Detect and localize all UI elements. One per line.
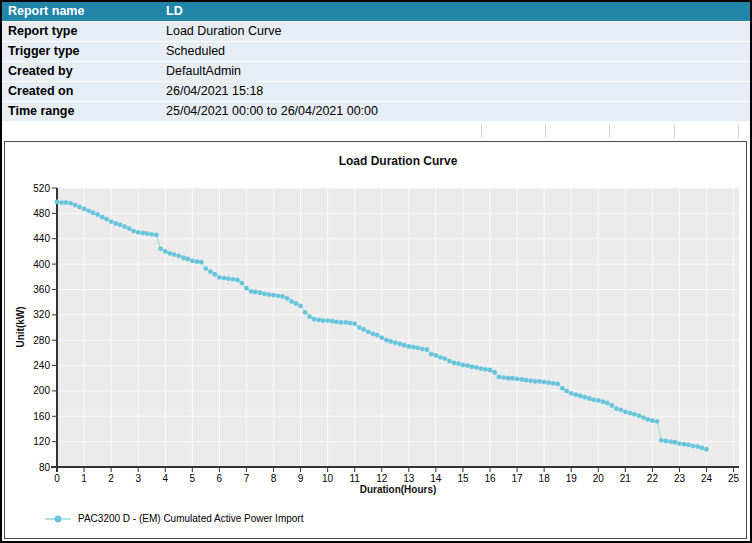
table-row-created-on: Created on 26/04/2021 15:18 bbox=[2, 82, 750, 102]
data-point bbox=[339, 320, 344, 325]
table-row-created-by: Created by DefaultAdmin bbox=[2, 62, 750, 82]
data-point bbox=[73, 203, 78, 208]
svg-text:9: 9 bbox=[298, 473, 304, 484]
data-point bbox=[456, 361, 461, 366]
data-point bbox=[303, 310, 308, 315]
data-point bbox=[596, 398, 601, 403]
svg-text:320: 320 bbox=[33, 309, 50, 320]
spreadsheet-gridline bbox=[481, 124, 482, 138]
svg-text:15: 15 bbox=[457, 473, 469, 484]
data-point bbox=[388, 339, 393, 344]
data-point bbox=[429, 352, 434, 357]
data-point bbox=[239, 281, 244, 286]
data-point bbox=[659, 438, 664, 443]
data-point bbox=[77, 205, 82, 210]
data-point bbox=[226, 276, 231, 281]
data-point bbox=[64, 200, 69, 205]
data-point bbox=[298, 304, 303, 309]
svg-text:11: 11 bbox=[350, 473, 361, 484]
data-point bbox=[212, 272, 217, 277]
data-point bbox=[343, 320, 348, 325]
data-point bbox=[82, 207, 87, 212]
data-point bbox=[68, 201, 73, 206]
data-point bbox=[461, 363, 466, 368]
data-point bbox=[591, 397, 596, 402]
data-point bbox=[573, 392, 578, 397]
data-point bbox=[537, 379, 542, 384]
svg-text:22: 22 bbox=[647, 473, 659, 484]
data-point bbox=[95, 212, 100, 217]
data-point bbox=[235, 278, 240, 283]
y-axis-title: Unit(kW) bbox=[15, 306, 26, 347]
svg-text:480: 480 bbox=[33, 208, 50, 219]
svg-text:21: 21 bbox=[620, 473, 632, 484]
table-row-trigger-type: Trigger type Scheduled bbox=[2, 42, 750, 62]
svg-text:6: 6 bbox=[217, 473, 223, 484]
row-label: Created by bbox=[2, 62, 166, 81]
data-point bbox=[280, 294, 285, 299]
data-point bbox=[370, 331, 375, 336]
svg-text:7: 7 bbox=[244, 473, 250, 484]
data-point bbox=[253, 290, 258, 295]
chart-plot-area: 0123456789101112131415161718192021222324… bbox=[5, 142, 746, 502]
data-point bbox=[384, 338, 389, 343]
svg-text:20: 20 bbox=[593, 473, 605, 484]
data-point bbox=[158, 246, 163, 251]
table-row-time-range: Time range 25/04/2021 00:00 to 26/04/202… bbox=[2, 102, 750, 122]
data-point bbox=[352, 321, 357, 326]
data-point bbox=[86, 208, 91, 213]
data-point bbox=[650, 418, 655, 423]
data-point bbox=[672, 440, 677, 445]
row-label: Created on bbox=[2, 82, 166, 101]
data-point bbox=[425, 347, 430, 352]
data-point bbox=[122, 224, 127, 229]
data-point bbox=[366, 330, 371, 335]
svg-text:17: 17 bbox=[512, 473, 524, 484]
data-point bbox=[528, 378, 533, 383]
svg-text:24: 24 bbox=[701, 473, 713, 484]
svg-text:120: 120 bbox=[33, 436, 50, 447]
data-point bbox=[393, 340, 398, 345]
data-point bbox=[271, 293, 276, 298]
data-point bbox=[465, 363, 470, 368]
svg-text:8: 8 bbox=[271, 473, 277, 484]
data-point bbox=[267, 292, 272, 297]
table-row-report-type: Report type Load Duration Curve bbox=[2, 22, 750, 42]
data-point bbox=[294, 301, 299, 306]
data-point bbox=[136, 230, 141, 235]
spreadsheet-gridline bbox=[609, 124, 610, 138]
data-point bbox=[655, 419, 660, 424]
data-point bbox=[605, 401, 610, 406]
data-point bbox=[127, 226, 132, 231]
data-point bbox=[686, 442, 691, 447]
data-point bbox=[614, 406, 619, 411]
data-point bbox=[113, 221, 118, 226]
data-point bbox=[244, 286, 249, 291]
data-point bbox=[131, 229, 136, 234]
svg-text:14: 14 bbox=[430, 473, 442, 484]
data-point bbox=[55, 200, 60, 205]
svg-text:19: 19 bbox=[566, 473, 578, 484]
plot-background bbox=[57, 188, 739, 467]
data-point bbox=[700, 446, 705, 451]
data-point bbox=[163, 249, 168, 254]
svg-text:2: 2 bbox=[108, 473, 114, 484]
data-point bbox=[397, 342, 402, 347]
row-value: DefaultAdmin bbox=[166, 62, 750, 81]
data-point bbox=[546, 380, 551, 385]
svg-text:5: 5 bbox=[190, 473, 196, 484]
data-point bbox=[154, 233, 159, 238]
row-value: 26/04/2021 15:18 bbox=[166, 82, 750, 101]
table-row-report-name: Report name LD bbox=[2, 2, 750, 22]
data-point bbox=[447, 359, 452, 364]
data-point bbox=[307, 314, 312, 319]
data-point bbox=[249, 289, 254, 294]
data-point bbox=[452, 361, 457, 366]
data-point bbox=[609, 403, 614, 408]
data-point bbox=[415, 345, 420, 350]
data-point bbox=[258, 290, 263, 295]
data-point bbox=[289, 299, 294, 304]
row-label: Trigger type bbox=[2, 42, 166, 61]
data-point bbox=[91, 210, 96, 215]
svg-text:200: 200 bbox=[33, 385, 50, 396]
